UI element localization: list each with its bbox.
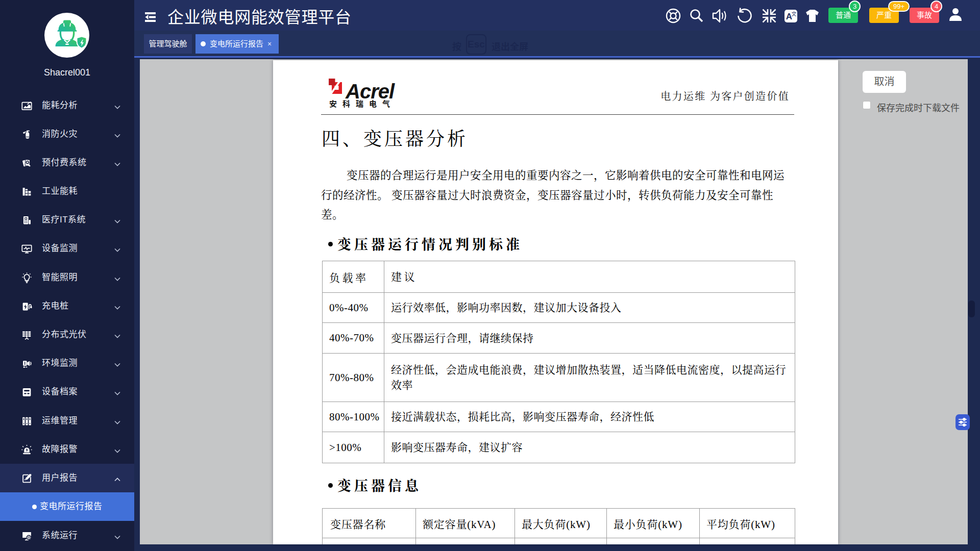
svg-text:文: 文 [792, 11, 797, 17]
